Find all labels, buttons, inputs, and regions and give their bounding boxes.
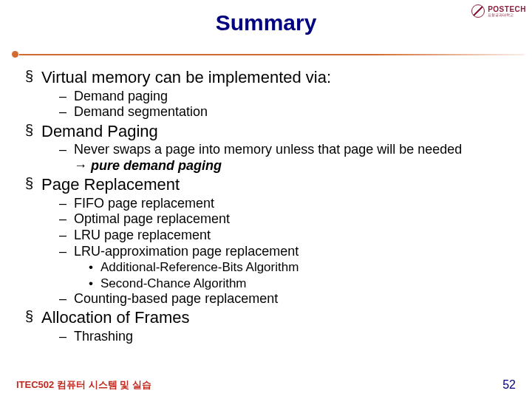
bullet-vm-segmentation: Demand segmentation (15, 104, 517, 120)
bullet-arb-algo: Additional-Reference-Bits Algorithm (15, 259, 517, 275)
bullet-allocation-frames: Allocation of Frames (15, 307, 517, 328)
bullet-second-chance: Second-Chance Algorithm (15, 276, 517, 291)
slide-content: Virtual memory can be implemented via: D… (15, 66, 517, 344)
postech-logo: POSTECH 포항공과대학교 (471, 4, 526, 18)
bullet-never-swaps: Never swaps a page into memory unless th… (15, 142, 517, 158)
divider-dot-icon (12, 51, 18, 58)
bullet-lru-approx: LRU-approximation page replacement (15, 244, 517, 260)
bullet-optimal: Optimal page replacement (15, 211, 517, 228)
page-number: 52 (502, 378, 516, 392)
postech-seal-icon (471, 4, 485, 18)
course-code: ITEC502 컴퓨터 시스템 및 실습 (16, 378, 151, 392)
bullet-thrashing: Thrashing (15, 329, 517, 345)
logo-main-text: POSTECH (488, 6, 526, 13)
slide-title: Summary (0, 0, 532, 35)
logo-sub-text: 포항공과대학교 (488, 13, 526, 17)
bullet-pure-demand: → pure demand paging (15, 158, 517, 174)
slide-footer: ITEC502 컴퓨터 시스템 및 실습 52 (0, 378, 532, 392)
bullet-vm-paging: Demand paging (15, 89, 517, 105)
title-divider (7, 53, 525, 56)
bullet-counting: Counting-based page replacement (15, 291, 517, 307)
pure-demand-emph: pure demand paging (91, 158, 222, 173)
bullet-demand-paging: Demand Paging (15, 121, 517, 142)
bullet-page-replacement: Page Replacement (15, 174, 517, 195)
bullet-fifo: FIFO page replacement (15, 196, 517, 212)
slide: POSTECH 포항공과대학교 Summary Virtual memory c… (0, 0, 532, 399)
logo-text: POSTECH 포항공과대학교 (488, 6, 526, 17)
bullet-lru: LRU page replacement (15, 228, 517, 244)
arrow-icon: → (74, 158, 91, 173)
bullet-vm: Virtual memory can be implemented via: (15, 67, 517, 88)
